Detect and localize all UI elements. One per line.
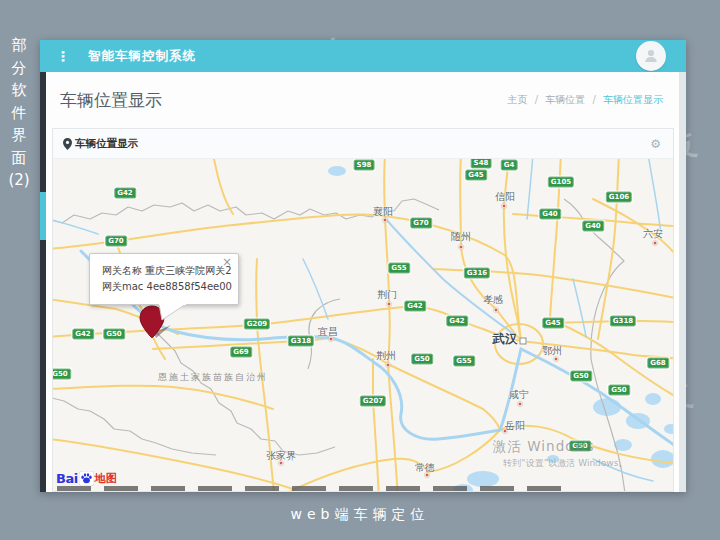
page-title: 车辆位置显示: [60, 89, 162, 112]
slide-side-caption: 部 分 软 件 界 面 (2): [7, 34, 31, 192]
city-label: 信阳: [495, 190, 515, 204]
road-shield: G318: [610, 316, 636, 327]
windows-activation-watermark-sub: 转到“设置”以激活 Windows。: [503, 457, 627, 470]
panel-title-text: 车辆位置显示: [75, 137, 138, 151]
road-shield: G69: [230, 347, 252, 358]
road-shield: G45: [542, 318, 564, 329]
road-shield: G68: [647, 358, 669, 369]
baidu-map[interactable]: 襄阳信阳随州六安孝感武汉鄂州荆门宜昌荆州咸宁张家界常德岳阳恩施土家族苗族自治州G…: [53, 159, 673, 491]
road-shield: G50: [570, 371, 592, 382]
city-marker-dot: [502, 204, 507, 209]
location-pin-icon: [63, 138, 72, 150]
road-shield: G4: [501, 160, 518, 171]
city-marker-dot: [494, 308, 499, 313]
road-shield: G50: [53, 369, 71, 380]
city-label: 岳阳: [505, 419, 525, 433]
baidu-logo-cn: 地图: [95, 471, 117, 486]
road-shield: G42: [114, 188, 136, 199]
road-shield: G42: [404, 301, 426, 312]
baidu-maps-logo[interactable]: Bai 地图: [56, 471, 117, 486]
road-shield: S98: [354, 160, 375, 171]
gateway-info-popup: 网关名称 重庆三峡学院网关2 网关mac 4ee8858f54ee00 ×: [89, 253, 239, 305]
gear-icon[interactable]: ⚙: [650, 137, 661, 151]
city-label: 荆门: [377, 288, 397, 302]
breadcrumb-home[interactable]: 主页: [508, 94, 528, 105]
breadcrumb: 主页 / 车辆位置 / 车辆位置显示: [508, 93, 664, 107]
map-panel: 车辆位置显示 ⚙: [52, 128, 674, 492]
city-label: 随州: [451, 230, 471, 244]
baidu-paw-icon: [79, 471, 94, 486]
user-avatar[interactable]: [636, 41, 666, 71]
road-shield: G40: [539, 209, 561, 220]
road-shield: G42: [72, 329, 94, 340]
app-title: 智能车辆控制系统: [88, 48, 196, 65]
road-shield: G209: [244, 319, 270, 330]
page-header: 车辆位置显示 主页 / 车辆位置 / 车辆位置显示: [46, 72, 679, 128]
city-marker-dot: [653, 241, 658, 246]
breadcrumb-current: 车辆位置显示: [603, 94, 663, 105]
gateway-name: 网关名称 重庆三峡学院网关2: [102, 263, 232, 279]
sidebar-scroll-thumb[interactable]: [40, 192, 46, 240]
panel-title: 车辆位置显示: [63, 137, 138, 151]
breadcrumb-separator: /: [535, 94, 538, 105]
close-icon[interactable]: ×: [222, 256, 232, 268]
road-shield: G70: [410, 218, 432, 229]
road-shield: G50: [103, 329, 125, 340]
city-label: 六安: [643, 227, 663, 241]
road-shield: G105: [548, 177, 574, 188]
city-marker-square: [520, 338, 527, 345]
city-label: 咸宁: [509, 388, 529, 402]
city-label: 鄂州: [542, 344, 562, 358]
road-shield: G45: [465, 170, 487, 181]
road-shield: G55: [388, 263, 410, 274]
city-label: 宜昌: [318, 325, 338, 339]
city-marker-dot: [518, 402, 523, 407]
windows-activation-watermark: 激活 Windows: [493, 438, 595, 456]
breadcrumb-section[interactable]: 车辆位置: [545, 94, 585, 105]
city-label: 张家界: [266, 449, 296, 463]
page-scrollbar[interactable]: [679, 72, 686, 492]
city-marker-dot: [459, 245, 464, 250]
app-window: ⋮ 智能车辆控制系统 车辆位置显示 主页 / 车辆位置 / 车辆位置显示: [40, 40, 686, 492]
map-panel-header: 车辆位置显示 ⚙: [53, 129, 673, 159]
road-shield: G42: [446, 316, 468, 327]
road-shield: G106: [606, 192, 632, 203]
road-shield: G318: [288, 336, 314, 347]
clipped-text-strip: [57, 486, 569, 491]
road-shield: G316: [464, 268, 490, 279]
slide-bottom-caption: web端车辆定位: [0, 506, 720, 524]
road-shield: G50: [411, 354, 433, 365]
popup-tail: [159, 304, 189, 321]
road-shield: S48: [471, 159, 492, 169]
person-icon: [642, 47, 660, 65]
road-shield: G40: [582, 221, 604, 232]
app-header: ⋮ 智能车辆控制系统: [40, 40, 686, 72]
city-marker-dot: [387, 302, 392, 307]
road-shield: G50: [608, 385, 630, 396]
road-shield: G70: [105, 236, 127, 247]
road-shield: G55: [453, 356, 475, 367]
city-label: 武汉: [493, 331, 518, 348]
city-label: 常德: [415, 461, 435, 475]
city-label: 襄阳: [373, 205, 393, 219]
menu-icon[interactable]: ⋮: [56, 48, 70, 64]
city-marker-dot: [386, 363, 391, 368]
city-label: 荆州: [376, 349, 396, 363]
presentation-slide: 部 分 软 件 界 面 (2) 科技 科技 科技 ⋮ 智能车辆控制系统 车辆位置…: [0, 0, 720, 540]
road-shield: G207: [360, 396, 386, 407]
baidu-logo-latin: Bai: [56, 471, 78, 486]
breadcrumb-separator: /: [592, 94, 595, 105]
region-label: 恩施土家族苗族自治州: [158, 371, 268, 384]
collapsed-sidebar[interactable]: [40, 72, 46, 492]
city-label: 孝感: [483, 293, 503, 307]
gateway-mac: 网关mac 4ee8858f54ee00: [102, 279, 232, 295]
